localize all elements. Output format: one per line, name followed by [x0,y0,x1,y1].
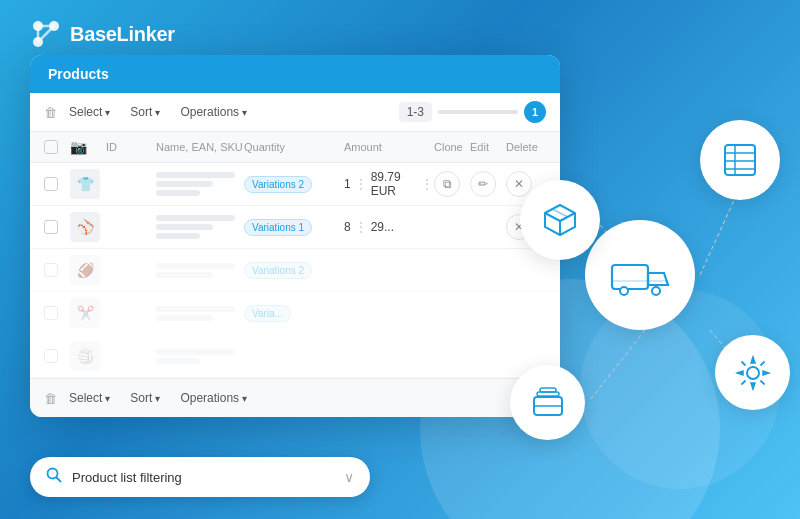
line-1 [156,306,235,312]
sort-bottom-label: Sort [130,391,152,405]
trash-bottom-icon: 🗑 [44,391,57,406]
svg-line-16 [545,213,560,221]
header-name: Name, EAN, SKU [156,141,244,153]
camera-icon: 📷 [70,139,87,155]
logo-text: BaseLinker [70,23,175,46]
operations-bottom-button[interactable]: Operations [172,387,255,409]
delivery-circle [585,220,695,330]
row-lines [156,172,244,196]
operations-top-chevron [242,105,247,119]
select-bottom-label: Select [69,391,102,405]
line-1 [156,215,235,221]
amount-dots[interactable]: ⋮ [420,176,434,192]
top-toolbar: 🗑 Select Sort Operations 1-3 1 [30,93,560,132]
table-body: 👕 Variations 2 1 ⋮ 89.79 EUR ⋮ ⧉ ✏ ✕ [30,163,560,378]
amount-cell: 1 ⋮ 89.79 EUR ⋮ [344,170,434,198]
list-circle [700,120,780,200]
amount-cell: 8 ⋮ 29... [344,219,434,235]
operations-top-button[interactable]: Operations [172,101,255,123]
operations-bottom-chevron [242,391,247,405]
gear-circle [715,335,790,410]
quantity-cell: Variations 1 [244,219,344,236]
table-row: 🏐 [30,335,560,378]
row-lines [156,215,244,239]
sort-bottom-button[interactable]: Sort [122,387,168,409]
variation-badge: Variations 2 [244,262,312,279]
header-checkbox-cell [44,140,70,154]
qty-val: 8 [344,220,351,234]
svg-point-14 [652,287,660,295]
table-header: 📷 ID Name, EAN, SKU Quantity Amount Clon… [30,132,560,163]
line-2 [156,181,213,187]
card-header: Products [30,55,560,93]
sort-top-chevron [155,105,160,119]
line-1 [156,349,235,355]
bottom-toolbar: 🗑 Select Sort Operations [30,378,560,417]
line-3 [156,190,200,196]
svg-point-13 [620,287,628,295]
select-top-button[interactable]: Select [61,101,118,123]
page-range: 1-3 [399,102,432,122]
table-row: ✂️ Varia... [30,292,560,335]
sort-top-label: Sort [130,105,152,119]
header-camera: 📷 [70,138,106,156]
line-1 [156,263,235,269]
row-lines [156,263,244,278]
operations-top-label: Operations [180,105,239,119]
sort-bottom-chevron [155,391,160,405]
header-id: ID [106,141,156,153]
product-thumb: 🏐 [70,341,100,371]
quantity-cell: Variations 2 [244,176,344,193]
quantity-cell: Variations 2 [244,262,344,279]
variation-badge: Varia... [244,305,291,322]
select-top-label: Select [69,105,102,119]
qty-dots[interactable]: ⋮ [354,176,368,192]
svg-rect-20 [725,145,755,175]
svg-line-19 [552,209,568,217]
search-chevron-icon: ∨ [344,469,354,485]
select-bottom-chevron [105,391,110,405]
qty-dots[interactable]: ⋮ [354,219,368,235]
search-icon [46,467,62,487]
row-checkbox[interactable] [44,177,58,191]
line-2 [156,272,213,278]
product-thumb: ⚾ [70,212,100,242]
operations-bottom-label: Operations [180,391,239,405]
row-checkbox[interactable] [44,220,58,234]
svg-line-11 [590,330,645,400]
header-clone: Clone [434,141,470,153]
svg-rect-28 [540,388,556,392]
row-lines [156,349,244,364]
line-2 [156,224,213,230]
svg-rect-12 [612,265,648,289]
header-quantity: Quantity [244,141,344,153]
amount-val: 29... [371,220,394,234]
variation-badge: Variations 2 [244,176,312,193]
row-checkbox[interactable] [44,263,58,277]
variation-badge: Variations 1 [244,219,312,236]
box-circle [520,180,600,260]
quantity-cell: Varia... [244,305,344,322]
row-lines [156,306,244,321]
select-bottom-button[interactable]: Select [61,387,118,409]
svg-point-25 [747,367,759,379]
product-thumb: ✂️ [70,298,100,328]
row-checkbox[interactable] [44,349,58,363]
logo: BaseLinker [30,18,175,50]
floating-icons-area [490,60,800,490]
search-bar[interactable]: Product list filtering ∨ [30,457,370,497]
sort-top-button[interactable]: Sort [122,101,168,123]
product-thumb: 👕 [70,169,100,199]
stack-circle [510,365,585,440]
table-row: ⚾ Variations 1 8 ⋮ 29... ✕ [30,206,560,249]
product-thumb: 🏈 [70,255,100,285]
header-checkbox[interactable] [44,140,58,154]
search-placeholder: Product list filtering [72,470,334,485]
line-2 [156,315,213,321]
header-amount: Amount [344,141,434,153]
line-3 [156,233,200,239]
row-checkbox[interactable] [44,306,58,320]
svg-line-7 [57,478,61,482]
clone-button[interactable]: ⧉ [434,171,460,197]
logo-icon [30,18,62,50]
